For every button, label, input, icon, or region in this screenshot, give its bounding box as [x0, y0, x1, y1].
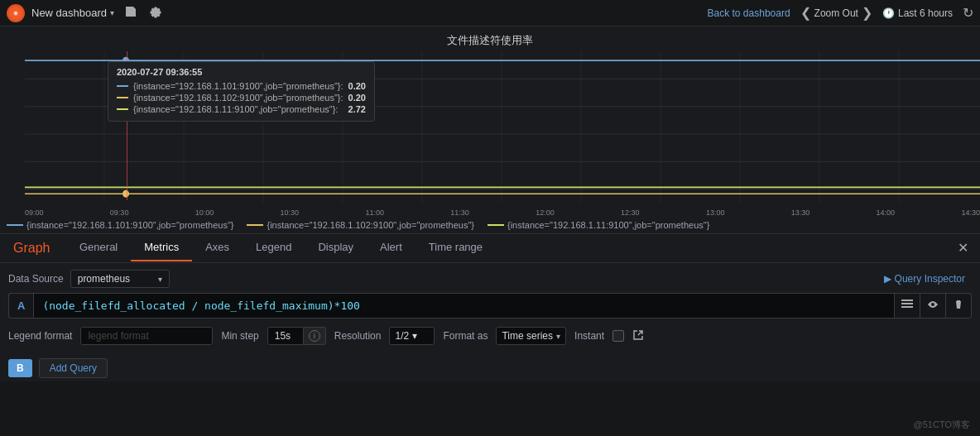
- res-caret: ▾: [412, 330, 417, 342]
- add-query-btn[interactable]: Add Query: [39, 358, 108, 378]
- watermark: @51CTO博客: [914, 419, 970, 431]
- legend-color-0: [7, 224, 23, 226]
- x-label-4: 11:00: [365, 209, 384, 217]
- x-label-1: 09:30: [110, 209, 129, 217]
- tab-display[interactable]: Display: [305, 234, 367, 261]
- x-label-0: 09:00: [25, 209, 44, 217]
- save-icon[interactable]: [121, 3, 141, 22]
- legend-label-1: {instance="192.168.1.102:9100",job="prom…: [267, 220, 473, 230]
- chart-tooltip: 2020-07-27 09:36:55 {instance="192.168.1…: [108, 61, 375, 122]
- min-step-label: Min step: [221, 330, 258, 342]
- chart-title: 文件描述符使用率: [0, 26, 980, 51]
- trash-btn[interactable]: [945, 294, 971, 318]
- zoom-section: ❮ Zoom Out ❯: [800, 5, 872, 21]
- panel-editor: Graph General Metrics Axes Legend Displa…: [0, 232, 980, 381]
- legend-color-2: [488, 224, 504, 226]
- app-logo: [7, 4, 25, 22]
- x-label-5: 11:30: [450, 209, 469, 217]
- tooltip-value-0: 0.20: [348, 81, 366, 91]
- legend-item-1[interactable]: {instance="192.168.1.102:9100",job="prom…: [247, 220, 473, 230]
- format-list-btn[interactable]: [895, 294, 920, 318]
- add-query-label: Add Query: [50, 362, 97, 374]
- legend-format-input[interactable]: [80, 327, 213, 345]
- add-query-section: B Add Query: [0, 355, 980, 381]
- dashboard-title[interactable]: New dashboard ▾: [31, 7, 114, 19]
- close-panel-btn[interactable]: ✕: [946, 233, 980, 262]
- x-axis: 09:00 09:30 10:00 10:30 11:00 11:30 12:0…: [25, 209, 980, 217]
- tooltip-row-2: {instance="192.168.1.11:9100",job="prome…: [117, 104, 366, 114]
- legend-label-2: {instance="192.168.1.11:9100",job="prome…: [507, 220, 709, 230]
- y-axis: [0, 51, 25, 200]
- tooltip-label-1: {instance="192.168.1.102:9100",job="prom…: [133, 93, 343, 103]
- x-label-6: 12:00: [536, 209, 555, 217]
- legend-item-0[interactable]: {instance="192.168.1.101:9100",job="prom…: [7, 220, 233, 230]
- x-label-10: 14:00: [877, 209, 896, 217]
- refresh-btn[interactable]: ↻: [963, 5, 973, 21]
- info-icon: i: [309, 330, 320, 342]
- datasource-value: prometheus: [78, 273, 130, 285]
- min-step-info: i: [304, 327, 326, 345]
- panel-editor-title: Graph: [0, 236, 66, 261]
- x-label-2: 10:00: [195, 209, 214, 217]
- tab-legend[interactable]: Legend: [243, 234, 305, 261]
- back-to-dashboard-btn[interactable]: Back to dashboard: [708, 7, 790, 19]
- tooltip-value-1: 0.20: [348, 93, 366, 103]
- settings-icon[interactable]: [146, 3, 166, 22]
- chart-legend: {instance="192.168.1.101:9100",job="prom…: [0, 217, 980, 234]
- x-label-9: 13:30: [791, 209, 810, 217]
- zoom-out-label[interactable]: Zoom Out: [814, 7, 858, 19]
- min-step-input[interactable]: [267, 327, 304, 345]
- tooltip-row-0: {instance="192.168.1.101:9100",job="prom…: [117, 81, 366, 91]
- external-link-icon[interactable]: [632, 329, 644, 343]
- tabs-container: General Metrics Axes Legend Display Aler…: [66, 234, 946, 261]
- x-label-3: 10:30: [281, 209, 300, 217]
- query-a-actions: [895, 293, 972, 319]
- svg-point-20: [122, 190, 129, 198]
- instant-checkbox[interactable]: [612, 330, 624, 342]
- panel-header: Graph General Metrics Axes Legend Displa…: [0, 233, 980, 263]
- tab-general[interactable]: General: [66, 234, 131, 261]
- tooltip-value-2: 2.72: [348, 104, 366, 114]
- x-label-8: 13:00: [706, 209, 725, 217]
- tooltip-color-1: [117, 97, 128, 98]
- tab-metrics[interactable]: Metrics: [131, 234, 192, 261]
- svg-point-2: [15, 12, 17, 14]
- datasource-select[interactable]: prometheus ▾: [70, 270, 170, 288]
- tooltip-label-2: {instance="192.168.1.11:9100",job="prome…: [133, 104, 343, 114]
- datasource-row: Data Source prometheus ▾ ▶ Query Inspect…: [8, 270, 972, 288]
- clock-icon: 🕐: [882, 7, 895, 19]
- legend-color-1: [247, 224, 263, 226]
- chart-area[interactable]: 2020-07-27 09:36:55 {instance="192.168.1…: [0, 51, 980, 217]
- svg-rect-22: [901, 303, 913, 304]
- instant-label: Instant: [574, 330, 604, 342]
- query-inspector-btn[interactable]: ▶ Query Inspector: [877, 271, 972, 287]
- tooltip-label-0: {instance="192.168.1.101:9100",job="prom…: [133, 81, 343, 91]
- tooltip-color-0: [117, 85, 128, 87]
- legend-label-0: {instance="192.168.1.101:9100",job="prom…: [26, 220, 233, 230]
- query-a-input[interactable]: [33, 293, 895, 319]
- tab-axes[interactable]: Axes: [192, 234, 243, 261]
- format-as-label: Format as: [443, 330, 488, 342]
- svg-rect-23: [901, 306, 913, 308]
- format-as-select[interactable]: Time series ▾: [496, 327, 566, 345]
- query-b-indicator: B: [8, 359, 32, 377]
- tab-time-range[interactable]: Time range: [416, 234, 496, 261]
- zoom-prev-btn[interactable]: ❮: [800, 5, 811, 21]
- time-range-label[interactable]: Last 6 hours: [898, 7, 953, 19]
- x-label-7: 12:30: [621, 209, 640, 217]
- options-row: Legend format Min step i Resolution 1/2 …: [8, 323, 972, 348]
- eye-btn[interactable]: [920, 294, 945, 318]
- legend-item-2[interactable]: {instance="192.168.1.11:9100",job="prome…: [488, 220, 709, 230]
- resolution-value: 1/2: [395, 330, 409, 342]
- tab-alert[interactable]: Alert: [367, 234, 416, 261]
- format-as-value: Time series: [502, 330, 553, 342]
- tooltip-color-2: [117, 108, 128, 110]
- min-step-group: i: [267, 327, 326, 345]
- datasource-caret: ▾: [158, 275, 162, 284]
- metrics-content: Data Source prometheus ▾ ▶ Query Inspect…: [0, 263, 980, 355]
- zoom-next-btn[interactable]: ❯: [862, 5, 872, 21]
- resolution-select[interactable]: 1/2 ▾: [389, 327, 435, 345]
- datasource-label: Data Source: [8, 273, 64, 285]
- legend-format-label: Legend format: [8, 330, 72, 342]
- resolution-label: Resolution: [334, 330, 382, 342]
